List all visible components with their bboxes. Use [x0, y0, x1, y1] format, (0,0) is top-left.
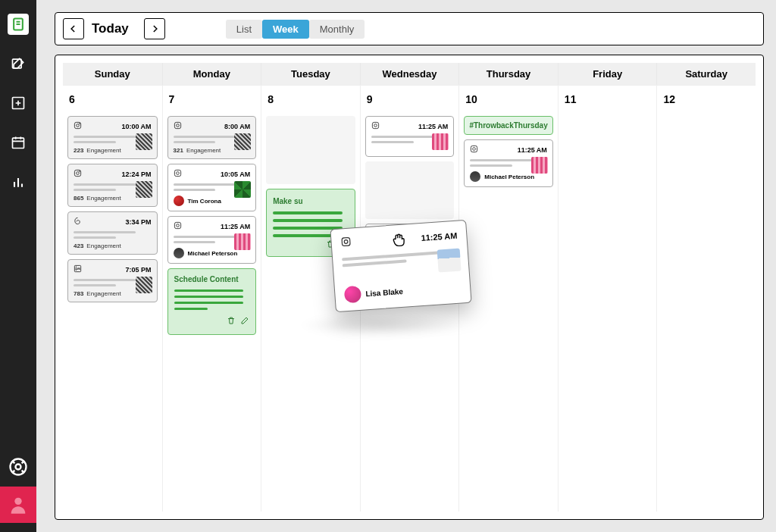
avatar-icon: [174, 196, 184, 206]
today-label: Today: [92, 21, 129, 36]
threads-icon: [74, 217, 82, 227]
post-card[interactable]: 11:25 AM Michael Peterson: [167, 216, 257, 264]
post-card[interactable]: 11:25 AM: [365, 116, 455, 157]
svg-point-6: [14, 498, 21, 505]
drag-shadow: [299, 314, 465, 336]
avatar-icon: [344, 286, 361, 303]
day-head: Thursday: [458, 63, 558, 85]
instagram-icon: [74, 121, 82, 131]
svg-point-21: [176, 224, 179, 227]
card-time: 7:05 PM: [126, 266, 152, 274]
view-list-button[interactable]: List: [226, 20, 262, 39]
card-time: 11:25 AM: [221, 223, 250, 230]
date-cell: 11: [558, 86, 657, 113]
card-time: 11:25 AM: [418, 123, 448, 130]
svg-point-12: [80, 171, 80, 172]
day-headers: Sunday Monday Tuesday Wednesday Thursday…: [63, 63, 756, 85]
nav-home[interactable]: [8, 14, 29, 35]
thumb-icon: [136, 277, 152, 293]
day-head: Monday: [162, 63, 261, 85]
svg-point-5: [16, 465, 21, 470]
date-cell: 6: [63, 86, 162, 113]
svg-point-17: [176, 124, 179, 127]
svg-rect-26: [471, 146, 477, 152]
post-card[interactable]: 3:34 PM 423Engagement: [67, 211, 158, 255]
prev-button[interactable]: [63, 18, 84, 39]
post-card[interactable]: 7:05 PM 783Engagement: [67, 259, 158, 302]
view-week-button[interactable]: Week: [262, 20, 309, 39]
svg-point-27: [473, 148, 476, 151]
hashtag-card[interactable]: #ThrowbackThursday: [464, 116, 553, 135]
instagram-icon: [174, 221, 182, 231]
placeholder-slot[interactable]: [266, 116, 355, 184]
next-button[interactable]: [144, 18, 165, 39]
svg-point-23: [374, 124, 377, 127]
grab-cursor-icon: [391, 231, 408, 251]
card-time: 12:24 PM: [122, 171, 152, 178]
thumb-icon: [432, 133, 449, 150]
instagram-icon: [174, 121, 182, 131]
nav-profile[interactable]: [0, 487, 36, 523]
nav-calendar[interactable]: [8, 132, 29, 153]
nav-help[interactable]: [8, 456, 29, 477]
col-wednesday: 11:25 AM 11:25 AM Michael Peterson: [360, 113, 459, 512]
thumb-icon: [136, 181, 152, 198]
thumb-icon: [234, 181, 251, 198]
nav-add[interactable]: [8, 92, 29, 114]
day-head: Friday: [558, 63, 657, 85]
instagram-icon: [341, 236, 352, 251]
draft-title: Schedule Content: [174, 275, 250, 283]
author-name: Tim Corona: [188, 198, 221, 205]
nav-compose[interactable]: [8, 53, 29, 74]
post-card[interactable]: 8:00 AM 321Engagement: [167, 116, 257, 159]
col-monday: 8:00 AM 321Engagement 10:05 AM Tim Coron…: [162, 113, 261, 512]
card-time: 11:25 AM: [421, 231, 458, 243]
svg-point-11: [77, 172, 80, 175]
delete-icon[interactable]: [227, 315, 236, 328]
post-card[interactable]: 10:00 AM 223Engagement: [67, 116, 158, 159]
placeholder-slot[interactable]: [365, 161, 455, 219]
card-time: 10:00 AM: [121, 123, 151, 130]
view-month-button[interactable]: Monthly: [309, 20, 365, 39]
svg-rect-28: [342, 238, 350, 246]
draft-card[interactable]: Schedule Content: [167, 268, 257, 335]
col-tuesday: Make su: [261, 113, 360, 512]
calendar-columns: 10:00 AM 223Engagement 12:24 PM 865Engag…: [63, 113, 756, 512]
date-cell: 9: [360, 86, 459, 113]
day-head: Tuesday: [261, 63, 360, 85]
date-cell: 7: [162, 86, 261, 113]
card-time: 3:34 PM: [126, 218, 152, 226]
post-card[interactable]: 11:25 AM Michael Peterson: [464, 139, 553, 187]
svg-rect-3: [13, 138, 24, 148]
svg-point-19: [176, 172, 179, 175]
post-card[interactable]: 10:05 AM Tim Corona: [167, 164, 257, 211]
thumb-icon: [234, 133, 251, 150]
author-name: Lisa Blake: [365, 287, 403, 298]
svg-rect-14: [76, 268, 77, 271]
svg-rect-20: [174, 222, 180, 228]
thumb-icon: [234, 233, 251, 250]
svg-rect-22: [372, 122, 378, 128]
card-time: 11:25 AM: [518, 146, 547, 154]
thumb-icon: [136, 133, 152, 150]
linkedin-icon: [74, 264, 82, 274]
draft-title: Make su: [273, 197, 349, 205]
main-area: Today List Week Monthly Sunday Monday Tu…: [36, 0, 776, 532]
nav-analytics[interactable]: [8, 171, 29, 192]
sidebar: [0, 0, 36, 532]
svg-point-29: [345, 240, 349, 244]
edit-icon[interactable]: [240, 315, 249, 328]
post-card[interactable]: 12:24 PM 865Engagement: [67, 164, 158, 207]
instagram-icon: [470, 145, 478, 155]
instagram-icon: [371, 121, 380, 131]
author-name: Michael Peterson: [484, 174, 534, 180]
thumb-icon: [531, 157, 548, 174]
header-bar: Today List Week Monthly: [55, 12, 764, 45]
dragging-card[interactable]: 11:25 AM Lisa Blake: [330, 220, 472, 312]
thumb-icon: [437, 249, 462, 273]
day-head: Wednesday: [360, 63, 459, 85]
svg-point-8: [77, 124, 80, 127]
card-time: 10:05 AM: [221, 171, 250, 178]
col-sunday: 10:00 AM 223Engagement 12:24 PM 865Engag…: [63, 113, 162, 512]
col-thursday: #ThrowbackThursday 11:25 AM Michael Pete…: [458, 113, 558, 512]
